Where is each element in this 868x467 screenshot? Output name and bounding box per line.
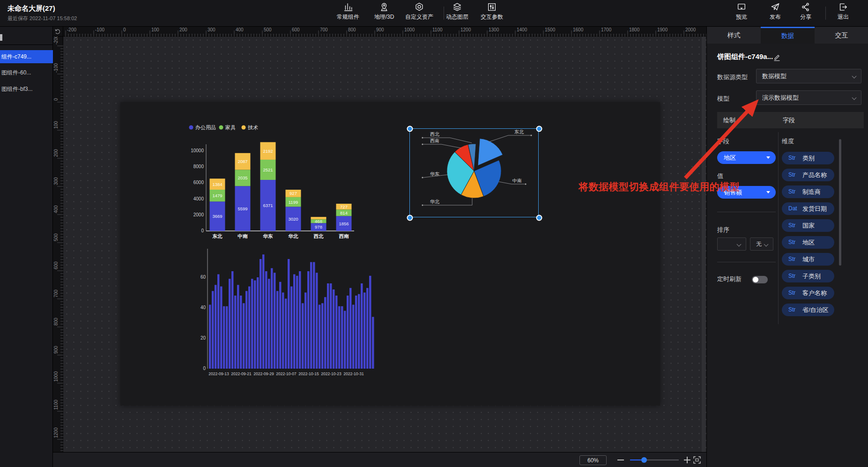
svg-text:-100: -100 bbox=[53, 63, 59, 73]
field-type-badge: Str bbox=[788, 152, 795, 164]
toolbar-item-label: 常规组件 bbox=[330, 13, 366, 21]
field-pill[interactable]: Str子类别 bbox=[782, 270, 834, 282]
subtab-fields[interactable]: 字段 bbox=[783, 112, 795, 128]
toolbar-item-label: 地理/3D bbox=[366, 13, 402, 21]
time-bar bbox=[223, 306, 225, 369]
time-bar bbox=[316, 273, 318, 369]
svg-text:2521: 2521 bbox=[263, 167, 273, 172]
tab-interaction[interactable]: 交互 bbox=[815, 27, 868, 44]
horizontal-ruler: -200-10001002003004005006007008009001000… bbox=[63, 27, 706, 37]
action-exit[interactable]: 退出 bbox=[825, 2, 861, 21]
auto-refresh-label: 定时刷新 bbox=[717, 275, 742, 283]
field-type-badge: Str bbox=[788, 169, 795, 181]
layers-panel-header bbox=[0, 27, 53, 45]
svg-text:-100: -100 bbox=[95, 27, 104, 32]
field-pill[interactable]: Str类别 bbox=[782, 152, 834, 164]
tab-style[interactable]: 样式 bbox=[707, 27, 761, 44]
time-bar bbox=[372, 317, 374, 369]
field-pill[interactable]: Str客户名称 bbox=[782, 287, 834, 299]
tab-data[interactable]: 数据 bbox=[761, 27, 815, 44]
zoom-in-button[interactable] bbox=[684, 457, 690, 463]
time-bar bbox=[366, 288, 369, 369]
time-bar bbox=[321, 303, 324, 369]
toolbar-item-geo3d[interactable]: 地理/3D bbox=[366, 2, 402, 21]
sliders-icon bbox=[487, 2, 497, 12]
canvas-scrollbar[interactable] bbox=[702, 37, 705, 467]
subtab-draw[interactable]: 绘制 bbox=[723, 112, 735, 128]
divider bbox=[717, 212, 776, 212]
edit-icon[interactable] bbox=[773, 53, 780, 61]
zoom-out-button[interactable] bbox=[617, 460, 624, 460]
time-bar bbox=[220, 287, 223, 369]
selection-handle-br[interactable] bbox=[536, 215, 542, 221]
selection-handle-tr[interactable] bbox=[536, 126, 542, 132]
toolbar-item-assets[interactable]: 自定义资产 bbox=[401, 2, 437, 21]
time-bar bbox=[313, 262, 315, 369]
svg-text:1199: 1199 bbox=[289, 200, 298, 205]
selection-handle-bl[interactable] bbox=[407, 215, 413, 221]
stacked-bar-chart[interactable]: 办公用品家具技术02000400060008000100003669147913… bbox=[187, 122, 365, 246]
layer-item[interactable]: 图组件-60... bbox=[0, 67, 53, 79]
zoom-slider-handle[interactable] bbox=[641, 457, 647, 463]
layers-panel-icon bbox=[0, 34, 2, 41]
field-pill[interactable]: Str产品名称 bbox=[782, 169, 834, 181]
svg-text:1700: 1700 bbox=[601, 27, 612, 32]
sort-order-select[interactable]: 无 bbox=[750, 237, 773, 251]
dimensions-group-label: 维度 bbox=[782, 137, 794, 146]
model-select[interactable]: 演示数据模型 bbox=[756, 90, 861, 105]
field-pill[interactable]: Str省/自治区 bbox=[782, 304, 834, 316]
selection-handle-tl[interactable] bbox=[407, 126, 413, 132]
field-name: 地区 bbox=[802, 236, 815, 249]
time-bar bbox=[355, 296, 357, 369]
toolbar-item-params[interactable]: 交互参数 bbox=[474, 2, 510, 21]
dimension-field-select[interactable]: 地区 bbox=[717, 151, 776, 164]
subtab-bar: 绘制 字段 bbox=[717, 112, 864, 128]
time-bar-chart[interactable]: 02040602022-09-132022-09-212022-09-29202… bbox=[199, 246, 382, 379]
field-name: 发货日期 bbox=[802, 202, 827, 215]
bottom-bar: 60% bbox=[53, 452, 706, 467]
toolbar-item-dynamic-layers[interactable]: 动态图层 bbox=[439, 2, 475, 21]
time-bar bbox=[293, 274, 296, 369]
toolbar-item-components[interactable]: 常规组件 bbox=[330, 2, 366, 21]
zoom-slider[interactable] bbox=[630, 460, 679, 460]
svg-text:1900: 1900 bbox=[657, 27, 668, 32]
field-type-badge: Str bbox=[788, 219, 795, 232]
toggle-knob bbox=[753, 277, 758, 282]
layer-item[interactable]: 图组件-bf3... bbox=[0, 83, 53, 95]
ruler-corner[interactable] bbox=[53, 27, 63, 37]
svg-text:1600: 1600 bbox=[573, 27, 584, 32]
time-bar bbox=[245, 291, 248, 369]
fit-screen-icon[interactable] bbox=[693, 456, 701, 464]
svg-text:华东: 华东 bbox=[263, 233, 274, 239]
time-bar bbox=[217, 274, 220, 369]
auto-refresh-toggle[interactable] bbox=[752, 276, 768, 283]
field-pill[interactable]: Str地区 bbox=[782, 236, 834, 249]
divider bbox=[717, 262, 776, 262]
field-pill[interactable]: Str国家 bbox=[782, 219, 834, 232]
field-label: 字段 bbox=[717, 137, 729, 146]
svg-text:0: 0 bbox=[123, 27, 126, 32]
svg-text:1000: 1000 bbox=[404, 27, 415, 32]
zoom-level-value[interactable]: 60% bbox=[579, 455, 607, 465]
datasource-type-select[interactable]: 数据模型 bbox=[756, 69, 861, 83]
svg-text:2022-09-13: 2022-09-13 bbox=[208, 371, 229, 376]
field-pill[interactable]: Str城市 bbox=[782, 253, 834, 266]
sort-label: 排序 bbox=[717, 226, 729, 234]
layer-item[interactable]: 组件-c749... bbox=[0, 50, 53, 63]
field-pill[interactable]: Dat发货日期 bbox=[782, 202, 834, 215]
svg-text:2035: 2035 bbox=[237, 175, 247, 180]
time-bar bbox=[319, 305, 321, 369]
field-name: 产品名称 bbox=[802, 169, 827, 181]
canvas[interactable] bbox=[63, 37, 706, 467]
field-type-badge: Str bbox=[788, 185, 795, 198]
sort-field-select[interactable] bbox=[717, 237, 746, 251]
fields-scrollbar[interactable] bbox=[839, 139, 841, 266]
action-label: 分享 bbox=[788, 13, 823, 21]
field-pill[interactable]: Str制造商 bbox=[782, 185, 834, 198]
selection-box[interactable] bbox=[409, 128, 539, 217]
exit-icon bbox=[838, 2, 848, 12]
action-preview[interactable]: 预览 bbox=[724, 2, 759, 21]
chevron-down-icon bbox=[737, 242, 742, 247]
field-name: 类别 bbox=[802, 152, 815, 164]
action-share[interactable]: 分享 bbox=[788, 2, 823, 21]
